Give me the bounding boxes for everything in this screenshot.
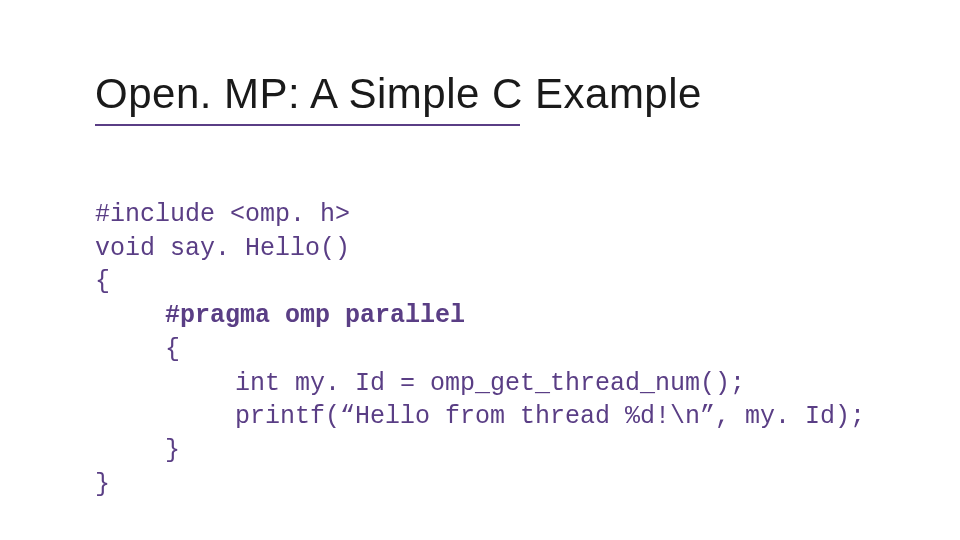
code-line: int my. Id = omp_get_thread_num(); <box>95 367 745 401</box>
code-line: printf(“Hello from thread %d!\n”, my. Id… <box>95 400 865 434</box>
code-line: void say. Hello() <box>95 234 350 263</box>
code-line: } <box>95 434 180 468</box>
code-line: { <box>95 333 180 367</box>
code-line: { <box>95 267 110 296</box>
code-line-pragma: #pragma omp parallel <box>95 299 465 333</box>
code-line: } <box>95 470 110 499</box>
code-block: #include <omp. h> void say. Hello() { #p… <box>95 164 870 535</box>
title-underline <box>95 124 520 126</box>
slide-title: Open. MP: A Simple C Example <box>95 70 870 118</box>
code-line: #include <omp. h> <box>95 200 350 229</box>
slide: Open. MP: A Simple C Example #include <o… <box>0 0 960 540</box>
